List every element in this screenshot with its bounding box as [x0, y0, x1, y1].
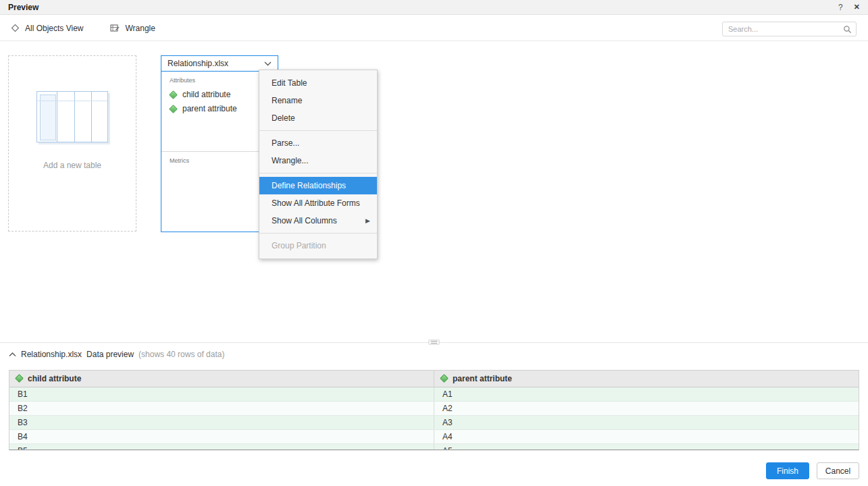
menu-item-label: Group Partition: [272, 241, 370, 250]
table-cell: B1: [9, 387, 434, 401]
table-cell: B2: [9, 401, 434, 415]
add-table-dropzone[interactable]: Add a new table: [8, 55, 136, 232]
attribute-diamond-icon: [169, 90, 178, 99]
preview-table-name: Relationship.xlsx: [21, 350, 82, 359]
menu-item-show-all-columns[interactable]: Show All Columns▶: [259, 212, 377, 230]
table-graphic-icon: [36, 91, 108, 142]
table-card-title: Relationship.xlsx: [168, 59, 264, 68]
window-title: Preview: [8, 3, 39, 12]
table-cell: B3: [9, 415, 434, 429]
menu-item-label: Delete: [272, 113, 370, 123]
add-table-label: Add a new table: [43, 161, 101, 170]
all-objects-view-label: All Objects View: [25, 24, 83, 33]
table-cell: A2: [434, 401, 859, 415]
wrangle-label: Wrangle: [125, 24, 155, 33]
menu-item-label: Edit Table: [272, 78, 370, 88]
menu-item-label: Parse...: [272, 138, 370, 148]
attribute-label: parent attribute: [182, 104, 237, 113]
column-header-parent-attribute[interactable]: parent attribute: [434, 371, 859, 387]
preview-window: Preview ? ✕ All Objects View Wrangle: [0, 0, 868, 486]
table-cell: B4: [9, 429, 434, 443]
table-header-row: child attributeparent attribute: [9, 371, 859, 387]
table-cell: A3: [434, 415, 859, 429]
finish-button[interactable]: Finish: [766, 462, 809, 479]
menu-item-group-partition: Group Partition: [259, 237, 377, 254]
data-preview-header: Relationship.xlsx Data preview (shows 40…: [9, 348, 224, 360]
column-header-label: child attribute: [28, 374, 81, 383]
attribute-diamond-icon: [440, 374, 449, 383]
splitter-handle[interactable]: [428, 340, 440, 345]
wrangle-icon: [110, 24, 120, 32]
data-preview-table: child attributeparent attribute B1A1B2A2…: [9, 370, 859, 450]
menu-separator: [259, 173, 377, 173]
cancel-button[interactable]: Cancel: [817, 462, 859, 479]
preview-rows-note: (shows 40 rows of data): [138, 350, 224, 359]
table-row: B5A5: [9, 443, 859, 450]
table-row: B4A4: [9, 429, 859, 443]
submenu-arrow-icon: ▶: [365, 217, 370, 224]
diamond-outline-icon: [11, 24, 20, 32]
menu-separator: [259, 233, 377, 234]
search-icon: [843, 25, 852, 34]
table-body: B1A1B2A2B3A3B4A4B5A5: [9, 387, 859, 450]
table-cell: A5: [434, 443, 859, 450]
close-icon[interactable]: ✕: [854, 3, 860, 11]
menu-item-define-relationships[interactable]: Define Relationships: [259, 177, 377, 194]
table-row: B2A2: [9, 401, 859, 415]
menu-item-label: Wrangle...: [272, 156, 370, 165]
column-header-label: parent attribute: [453, 374, 512, 383]
menu-item-label: Define Relationships: [272, 181, 370, 190]
footer-bar: Finish Cancel: [0, 456, 868, 486]
menu-item-delete[interactable]: Delete: [259, 109, 377, 127]
collapse-chevron-icon[interactable]: [9, 352, 16, 357]
toolbar: All Objects View Wrangle: [0, 16, 868, 41]
search-box[interactable]: [722, 22, 857, 36]
menu-item-parse[interactable]: Parse...: [259, 134, 377, 152]
title-bar: Preview ? ✕: [0, 0, 868, 15]
all-objects-view-button[interactable]: All Objects View: [11, 24, 83, 33]
menu-separator: [259, 130, 377, 131]
column-header-child-attribute[interactable]: child attribute: [9, 371, 434, 387]
menu-item-wrangle[interactable]: Wrangle...: [259, 152, 377, 169]
wrangle-button[interactable]: Wrangle: [110, 24, 155, 33]
menu-item-edit-table[interactable]: Edit Table: [259, 74, 377, 92]
chevron-down-icon[interactable]: [264, 61, 272, 66]
menu-item-show-all-attribute-forms[interactable]: Show All Attribute Forms: [259, 194, 377, 212]
menu-item-label: Rename: [272, 96, 370, 105]
menu-item-label: Show All Columns: [272, 216, 365, 225]
context-menu: Edit TableRenameDeleteParse...Wrangle...…: [259, 70, 378, 259]
help-icon[interactable]: ?: [838, 3, 843, 12]
preview-section-label: Data preview: [86, 350, 134, 359]
table-cell: A4: [434, 429, 859, 443]
attribute-diamond-icon: [15, 374, 24, 383]
menu-item-label: Show All Attribute Forms: [272, 198, 370, 208]
table-row: B1A1: [9, 387, 859, 401]
table-cell: A1: [434, 387, 859, 401]
attribute-label: child attribute: [182, 90, 230, 99]
search-input[interactable]: [728, 25, 843, 33]
attribute-diamond-icon: [169, 105, 178, 113]
table-row: B3A3: [9, 415, 859, 429]
menu-item-rename[interactable]: Rename: [259, 92, 377, 109]
table-cell: B5: [9, 443, 434, 450]
